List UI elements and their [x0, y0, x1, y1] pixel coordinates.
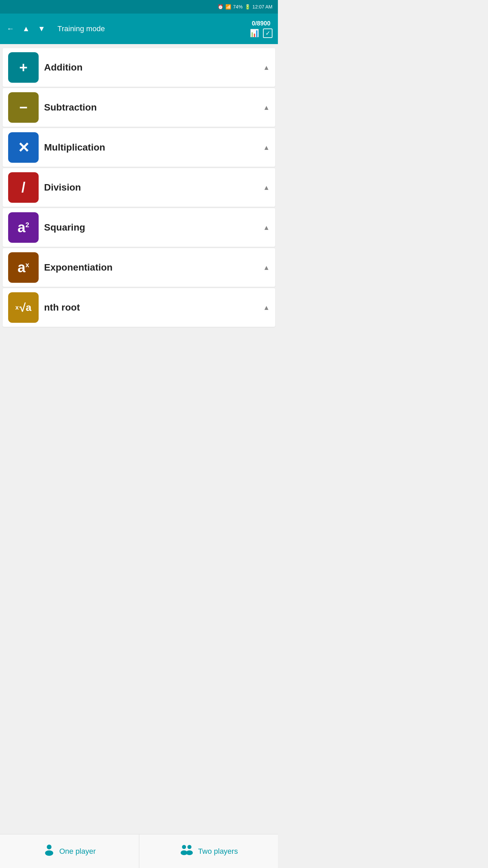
addition-icon: + [8, 52, 39, 83]
chart-icon[interactable]: 📊 [250, 29, 259, 38]
list-item[interactable]: + Addition ▲ [3, 48, 275, 87]
header: ← ▲ ▼ Training mode 0/8900 📊 ✓ [0, 14, 278, 44]
score-display: 0/8900 [252, 20, 270, 27]
division-icon: / [8, 172, 39, 203]
squaring-label: Squaring [44, 222, 258, 233]
alarm-icon: ⏰ [218, 4, 223, 9]
list-item[interactable]: − Subtraction ▲ [3, 88, 275, 127]
subtraction-icon: − [8, 92, 39, 123]
exponentiation-icon: ax [8, 252, 39, 283]
main-list: + Addition ▲ − Subtraction ▲ ✕ Multiplic… [0, 44, 278, 331]
header-right: 0/8900 📊 ✓ [250, 14, 272, 44]
battery-percent: 74% [233, 4, 243, 9]
scroll-down-button[interactable]: ▼ [37, 23, 47, 35]
back-button[interactable]: ← [5, 23, 16, 35]
list-item[interactable]: x √ a nth root ▲ [3, 288, 275, 327]
squaring-icon: a2 [8, 212, 39, 243]
addition-label: Addition [44, 62, 258, 73]
scroll-up-button[interactable]: ▲ [21, 23, 31, 35]
header-icons-row: 📊 ✓ [250, 28, 272, 38]
division-arrow: ▲ [263, 184, 270, 192]
status-bar: ⏰ 📶 74% 🔋 12:07 AM [0, 0, 278, 14]
list-item[interactable]: a2 Squaring ▲ [3, 208, 275, 247]
battery-icon: 🔋 [245, 4, 250, 9]
exponentiation-label: Exponentiation [44, 262, 258, 273]
multiplication-icon: ✕ [8, 132, 39, 163]
nth-root-arrow: ▲ [263, 304, 270, 312]
header-left: ← ▲ ▼ Training mode [5, 23, 105, 35]
subtraction-label: Subtraction [44, 102, 258, 113]
clock: 12:07 AM [252, 4, 272, 9]
list-item[interactable]: ax Exponentiation ▲ [3, 248, 275, 287]
signal-icon: 📶 [225, 4, 231, 9]
subtraction-arrow: ▲ [263, 104, 270, 112]
nth-root-label: nth root [44, 302, 258, 313]
division-label: Division [44, 182, 258, 193]
list-item[interactable]: ✕ Multiplication ▲ [3, 128, 275, 167]
addition-arrow: ▲ [263, 64, 270, 72]
squaring-arrow: ▲ [263, 224, 270, 232]
multiplication-label: Multiplication [44, 142, 258, 153]
page-title: Training mode [58, 24, 105, 33]
checkbox-icon[interactable]: ✓ [263, 28, 272, 38]
nth-root-icon: x √ a [8, 292, 39, 323]
multiplication-arrow: ▲ [263, 144, 270, 152]
status-icons: ⏰ 📶 74% 🔋 12:07 AM [218, 4, 272, 9]
exponentiation-arrow: ▲ [263, 264, 270, 272]
list-item[interactable]: / Division ▲ [3, 168, 275, 207]
